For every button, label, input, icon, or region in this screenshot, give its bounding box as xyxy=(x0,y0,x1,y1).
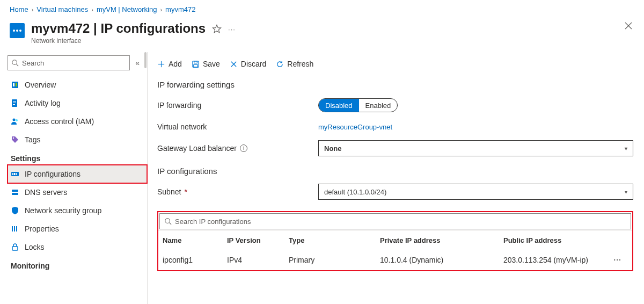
ip-forwarding-toggle[interactable]: Disabled Enabled xyxy=(318,98,398,112)
label-text: Subnet xyxy=(157,187,181,196)
svg-rect-5 xyxy=(12,82,18,88)
favorite-button[interactable] xyxy=(212,24,222,34)
section-ip-forwarding: IP forwarding settings xyxy=(157,80,633,89)
more-button[interactable]: ··· xyxy=(228,25,236,33)
breadcrumb: Home › Virtual machines › myVM | Network… xyxy=(0,0,644,17)
sidebar-item-label: Locks xyxy=(25,243,45,251)
search-icon xyxy=(11,59,19,67)
svg-line-4 xyxy=(17,64,19,67)
svg-line-33 xyxy=(170,223,172,225)
sidebar-item-nsg[interactable]: Network security group xyxy=(8,201,147,220)
svg-rect-20 xyxy=(12,193,18,195)
subnet-select[interactable]: default (10.1.0.0/24) ▾ xyxy=(318,184,633,200)
page-subtitle: Network interface xyxy=(31,37,206,45)
virtual-network-link[interactable]: myResourceGroup-vnet xyxy=(318,123,392,131)
chevron-down-icon: ▾ xyxy=(625,189,627,195)
save-button[interactable]: Save xyxy=(192,60,220,68)
chevron-right-icon: › xyxy=(91,6,93,13)
table-search[interactable]: Search IP configurations xyxy=(159,213,631,229)
breadcrumb-home[interactable]: Home xyxy=(10,5,28,13)
button-label: Add xyxy=(169,60,182,68)
svg-rect-19 xyxy=(12,190,18,192)
button-label: Save xyxy=(203,60,220,68)
th-private-ip[interactable]: Private IP address xyxy=(380,236,503,244)
th-type[interactable]: Type xyxy=(289,236,380,244)
table-header: Name IP Version Type Private IP address … xyxy=(158,230,632,250)
refresh-icon xyxy=(276,60,284,68)
close-button[interactable] xyxy=(625,22,632,30)
svg-rect-28 xyxy=(194,61,197,63)
close-icon xyxy=(625,22,632,30)
section-ip-configurations: IP configurations xyxy=(157,167,633,176)
sidebar-section-monitoring: Monitoring xyxy=(8,256,147,272)
sidebar-item-access-control[interactable]: Access control (IAM) xyxy=(8,112,147,131)
sidebar-item-activity-log[interactable]: Activity log xyxy=(8,94,147,112)
add-button[interactable]: Add xyxy=(157,60,182,68)
svg-rect-9 xyxy=(13,101,16,102)
cell-ip-version: IPv4 xyxy=(227,256,289,264)
sidebar-item-dns-servers[interactable]: DNS servers xyxy=(8,183,147,201)
sidebar-item-locks[interactable]: Locks xyxy=(8,238,147,256)
sidebar-item-label: DNS servers xyxy=(25,188,67,197)
label-subnet: Subnet * xyxy=(157,187,318,196)
cell-type: Primary xyxy=(289,256,380,264)
sidebar-collapse-button[interactable]: « xyxy=(133,59,142,67)
svg-rect-17 xyxy=(14,173,15,175)
sidebar-item-ip-configurations[interactable]: IP configurations xyxy=(8,165,147,183)
th-name[interactable]: Name xyxy=(163,236,227,244)
chevron-right-icon: › xyxy=(160,6,162,13)
sidebar-item-label: Properties xyxy=(25,225,59,233)
table-row[interactable]: ipconfig1 IPv4 Primary 10.1.0.4 (Dynamic… xyxy=(158,250,632,270)
sidebar-item-overview[interactable]: Overview xyxy=(8,76,147,94)
svg-rect-22 xyxy=(14,226,15,231)
toggle-enabled[interactable]: Enabled xyxy=(359,99,398,112)
svg-point-13 xyxy=(16,119,18,121)
dns-icon xyxy=(11,188,19,197)
save-icon xyxy=(192,60,200,68)
sidebar-item-tags[interactable]: Tags xyxy=(8,131,147,149)
sidebar: Search « Overview Activity log Access co… xyxy=(0,52,148,304)
cell-private-ip: 10.1.0.4 (Dynamic) xyxy=(380,256,503,264)
svg-rect-10 xyxy=(13,103,16,103)
th-ip-version[interactable]: IP Version xyxy=(227,236,289,244)
sidebar-scrollbar[interactable] xyxy=(144,52,147,304)
svg-rect-6 xyxy=(13,83,14,86)
sidebar-section-settings: Settings xyxy=(8,149,147,165)
main-content: Add Save Discard Refresh IP fo xyxy=(148,52,644,304)
refresh-button[interactable]: Refresh xyxy=(276,60,313,68)
button-label: Discard xyxy=(241,60,266,68)
svg-point-32 xyxy=(165,219,170,223)
page-title: myvm472 | IP configurations xyxy=(31,21,206,36)
sidebar-item-properties[interactable]: Properties xyxy=(8,220,147,238)
sidebar-item-label: Access control (IAM) xyxy=(25,117,94,126)
th-public-ip[interactable]: Public IP address xyxy=(503,236,600,244)
sidebar-item-label: Network security group xyxy=(25,206,101,215)
select-value: None xyxy=(324,144,342,153)
svg-point-12 xyxy=(13,119,16,121)
plus-icon xyxy=(157,60,165,68)
discard-button[interactable]: Discard xyxy=(230,60,266,68)
label-ip-forwarding: IP forwarding xyxy=(157,101,318,110)
ip-configurations-table: Search IP configurations Name IP Version… xyxy=(157,211,633,271)
svg-marker-0 xyxy=(213,25,221,33)
lock-icon xyxy=(11,243,19,251)
sidebar-item-label: Overview xyxy=(25,81,56,89)
breadcrumb-networking[interactable]: myVM | Networking xyxy=(97,5,157,13)
table-search-placeholder: Search IP configurations xyxy=(175,218,251,226)
toggle-disabled[interactable]: Disabled xyxy=(319,99,359,112)
svg-rect-16 xyxy=(12,173,13,175)
breadcrumb-vms[interactable]: Virtual machines xyxy=(36,5,88,13)
svg-rect-29 xyxy=(194,64,198,67)
svg-point-3 xyxy=(12,60,17,65)
button-label: Refresh xyxy=(287,60,313,68)
sidebar-search[interactable]: Search xyxy=(8,55,130,70)
gateway-lb-select[interactable]: None ▾ xyxy=(318,140,633,156)
cell-public-ip: 203.0.113.254 (myVM-ip) xyxy=(503,256,600,264)
overview-icon xyxy=(11,81,19,89)
row-more-button[interactable]: ··· xyxy=(600,256,621,264)
info-icon[interactable]: i xyxy=(240,144,247,152)
svg-rect-7 xyxy=(16,83,17,86)
sidebar-item-label: IP configurations xyxy=(25,170,80,178)
activity-log-icon xyxy=(11,99,19,107)
search-icon xyxy=(164,218,172,225)
